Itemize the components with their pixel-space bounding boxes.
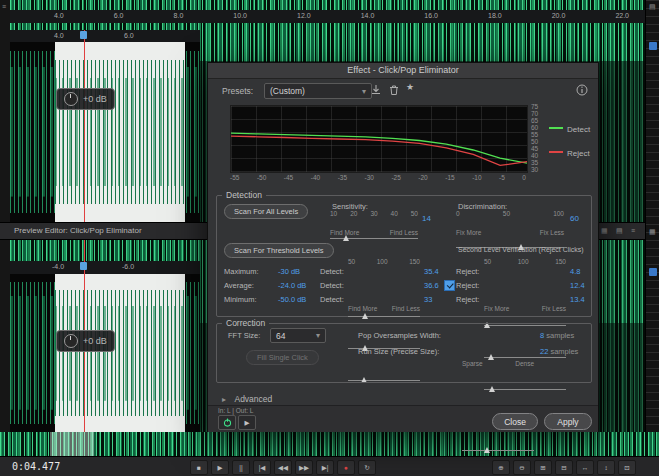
stop-button[interactable]: ■ bbox=[190, 460, 208, 475]
delete-preset-icon[interactable] bbox=[388, 84, 400, 96]
chevron-down-icon: ▾ bbox=[362, 87, 366, 96]
sensitivity-hint-labels: Find More Find Less bbox=[330, 229, 418, 236]
row-db-value[interactable]: -30 dB bbox=[278, 267, 300, 276]
pop-oversamples-label: Pop Oversamples Width: bbox=[358, 331, 441, 340]
row-db-value[interactable]: -24.0 dB bbox=[278, 281, 306, 290]
slider-thumb[interactable] bbox=[362, 313, 368, 319]
selection-region-b[interactable] bbox=[55, 274, 185, 432]
menu-icon[interactable]: ≡ bbox=[2, 3, 6, 11]
grid-icon[interactable]: ▦ bbox=[601, 227, 608, 235]
zoom-in-button[interactable]: ⊕ bbox=[492, 460, 510, 475]
zoom-out-horizontal-button[interactable]: ⊟ bbox=[555, 460, 573, 475]
selection-region-a[interactable] bbox=[55, 42, 185, 222]
right-meter-column[interactable]: ▤ ▦ bbox=[645, 0, 659, 456]
effect-power-toggle[interactable] bbox=[218, 415, 236, 430]
apply-button[interactable]: Apply bbox=[544, 413, 592, 430]
button-label: Scan For All Levels bbox=[234, 207, 298, 216]
skip-back-button[interactable]: |◀ bbox=[253, 460, 271, 475]
reject-value: 4.8 bbox=[570, 267, 580, 276]
second-level-checkbox[interactable] bbox=[444, 280, 455, 291]
preview-overview-b[interactable] bbox=[10, 240, 200, 261]
scan-all-levels-button[interactable]: Scan For All Levels bbox=[224, 204, 308, 219]
channel-badge[interactable] bbox=[649, 268, 657, 276]
tick-label: -25 bbox=[391, 174, 400, 181]
fix-less-label: Fix Less bbox=[540, 229, 564, 236]
transport-bar: 0:04.477 ■ ▶ || |◀ ◀◀ ▶▶ ▶| ● ↻ ⊕ ⊖ ⊞ ⊟ … bbox=[0, 456, 659, 476]
timeline-ruler[interactable]: 4.06.08.010.012.014.016.018.020.022.0 bbox=[10, 10, 659, 24]
tick-label: 40 bbox=[391, 210, 398, 217]
panel-menu-icon[interactable]: ≡ bbox=[631, 227, 635, 235]
favorite-star-icon[interactable]: ★ bbox=[406, 82, 414, 92]
play-button[interactable]: ▶ bbox=[211, 460, 229, 475]
preview-play-button[interactable]: ▶ bbox=[238, 415, 256, 430]
tick-label: 50 bbox=[411, 210, 418, 217]
zoom-selection-button[interactable]: ⊡ bbox=[618, 460, 636, 475]
find-less-label: Find Less bbox=[392, 305, 420, 312]
slider-thumb[interactable] bbox=[484, 447, 490, 453]
zoom-out-button[interactable]: ⊖ bbox=[513, 460, 531, 475]
dialog-title[interactable]: Effect - Click/Pop Eliminator bbox=[208, 63, 598, 79]
grid-icon[interactable]: ▦ bbox=[649, 228, 656, 236]
overview-selection[interactable] bbox=[50, 432, 94, 456]
zoom-in-horizontal-button[interactable]: ⊞ bbox=[534, 460, 552, 475]
tick-label: 50 bbox=[348, 258, 355, 265]
playhead-handle-b[interactable] bbox=[80, 262, 87, 270]
tick-label: 6.0 bbox=[114, 12, 124, 19]
slider-track[interactable] bbox=[462, 450, 534, 451]
pop-oversamples-value[interactable]: 8 samples bbox=[540, 331, 574, 340]
playhead-a[interactable] bbox=[84, 30, 85, 222]
rewind-button[interactable]: ◀◀ bbox=[274, 460, 292, 475]
save-preset-icon[interactable] bbox=[370, 84, 382, 96]
overview-waveform-bottom[interactable] bbox=[0, 432, 659, 456]
fix-less-label: Fix Less bbox=[542, 305, 566, 312]
reject-label: Reject: bbox=[456, 281, 479, 290]
reject-label: Reject: bbox=[456, 267, 479, 276]
reject-ticks: 50100150 bbox=[484, 258, 566, 265]
reject-slider-min[interactable] bbox=[484, 384, 566, 393]
fft-size-dropdown[interactable]: 64 ▾ bbox=[270, 328, 326, 343]
find-more-label: Find More bbox=[330, 229, 359, 236]
discrimination-value: 60 bbox=[570, 214, 579, 223]
legend-label: Reject bbox=[567, 149, 590, 158]
scan-threshold-levels-button[interactable]: Scan For Threshold Levels bbox=[224, 243, 334, 258]
gain-knob-icon[interactable] bbox=[64, 334, 78, 348]
skip-forward-button[interactable]: ▶| bbox=[316, 460, 334, 475]
gain-knob-icon[interactable] bbox=[64, 92, 78, 106]
overview-waveform-top[interactable] bbox=[10, 0, 659, 10]
slider-track[interactable] bbox=[348, 316, 420, 317]
tick-label: 12.0 bbox=[297, 12, 311, 19]
row-db-value[interactable]: -50.0 dB bbox=[278, 295, 306, 304]
rows-icon[interactable]: ▤ bbox=[649, 3, 656, 11]
run-size-slider[interactable] bbox=[462, 445, 534, 454]
info-icon[interactable] bbox=[576, 84, 588, 96]
zoom-horizontal-button[interactable]: ↔ bbox=[576, 460, 594, 475]
tick-label: -10 bbox=[472, 174, 481, 181]
rows-icon[interactable]: ▤ bbox=[616, 227, 623, 235]
advanced-toggle[interactable]: ▸ Advanced bbox=[222, 388, 272, 406]
run-size-value[interactable]: 22 samples bbox=[540, 347, 578, 356]
zoom-vertical-button[interactable]: ↕ bbox=[597, 460, 615, 475]
gain-hud-a[interactable]: +0 dB bbox=[56, 88, 115, 110]
slider-thumb[interactable] bbox=[489, 386, 495, 392]
tick-label: 0 bbox=[456, 210, 460, 217]
tick-label: -30 bbox=[365, 174, 374, 181]
detect-slider-max[interactable] bbox=[348, 311, 420, 320]
slider-track[interactable] bbox=[484, 389, 566, 390]
playhead-handle-a[interactable] bbox=[80, 31, 87, 39]
pause-button[interactable]: || bbox=[232, 460, 250, 475]
preview-ruler-b[interactable]: -4.0 -6.0 bbox=[10, 261, 200, 275]
run-size-label: Run Size (Precise Size): bbox=[358, 347, 439, 356]
preview-waveform-b[interactable] bbox=[10, 274, 200, 432]
fill-single-click-button[interactable]: Fill Single Click bbox=[246, 350, 319, 365]
tick-label: 70 bbox=[531, 110, 547, 117]
channel-badge[interactable] bbox=[649, 42, 657, 50]
presets-dropdown[interactable]: (Custom) ▾ bbox=[264, 83, 372, 99]
loop-button[interactable]: ↻ bbox=[358, 460, 376, 475]
fft-size-label: FFT Size: bbox=[228, 331, 260, 340]
preview-waveform-a[interactable] bbox=[10, 42, 200, 222]
close-button[interactable]: Close bbox=[492, 413, 538, 430]
record-button[interactable]: ● bbox=[337, 460, 355, 475]
gain-hud-b[interactable]: +0 dB bbox=[56, 330, 115, 352]
fast-forward-button[interactable]: ▶▶ bbox=[295, 460, 313, 475]
detection-graph-plot[interactable] bbox=[230, 105, 528, 173]
